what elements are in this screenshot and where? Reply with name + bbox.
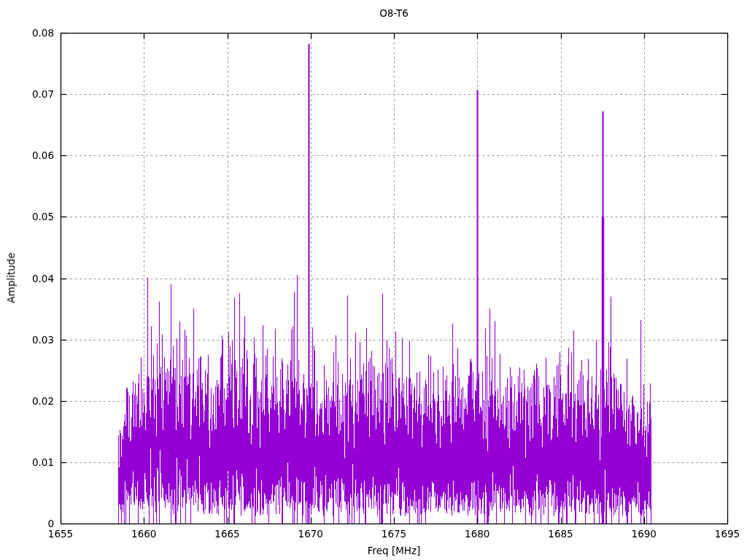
y-tick-label: 0 xyxy=(0,518,54,529)
x-tick-label: 1670 xyxy=(285,528,337,540)
x-tick-label: 1655 xyxy=(34,528,87,540)
y-tick-label: 0.07 xyxy=(0,88,54,100)
x-axis-label: Freq [MHz] xyxy=(61,545,727,556)
y-tick-label: 0.08 xyxy=(0,27,54,39)
y-tick-label: 0.05 xyxy=(0,211,54,222)
y-tick-label: 0.02 xyxy=(0,395,54,407)
chart-title: O8-T6 xyxy=(61,7,727,19)
y-tick-label: 0.01 xyxy=(0,456,54,468)
x-tick-label: 1680 xyxy=(451,528,503,540)
x-tick-label: 1665 xyxy=(201,528,254,540)
x-tick-label: 1695 xyxy=(701,528,747,540)
x-tick-label: 1690 xyxy=(618,528,670,540)
x-tick-label: 1660 xyxy=(117,528,170,540)
plot-area-canvas xyxy=(0,0,747,560)
y-tick-label: 0.03 xyxy=(0,334,54,346)
y-tick-label: 0.06 xyxy=(0,149,54,161)
x-tick-label: 1685 xyxy=(535,528,587,540)
y-tick-label: 0.04 xyxy=(0,273,54,284)
x-tick-label: 1675 xyxy=(368,528,420,540)
spectrum-chart: O8-T6 Freq [MHz] Amplitude 1655166016651… xyxy=(0,0,747,560)
